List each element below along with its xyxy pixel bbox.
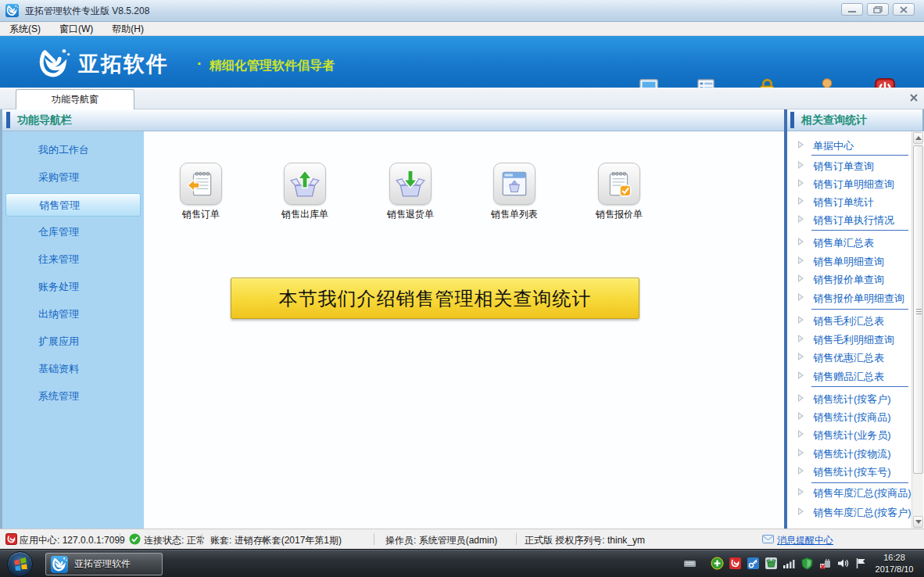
shortcut-sales-return[interactable]: 销售退货单 xyxy=(371,163,449,221)
shortcut-sales-quote[interactable]: 销售报价单 xyxy=(580,163,658,221)
shortcut-sales-list[interactable]: 销售单列表 xyxy=(475,163,553,221)
query-link[interactable]: 销售统计(按客户) xyxy=(787,392,911,406)
taskbar-app-button[interactable]: 亚拓管理软件 xyxy=(45,553,163,575)
return-box-icon xyxy=(389,163,432,205)
scrollbar-grip xyxy=(916,309,922,310)
menu-window[interactable]: 窗口(W) xyxy=(50,22,102,36)
query-link[interactable]: 销售赠品汇总表 xyxy=(787,369,911,383)
taskbar: 亚拓管理软件 16:28 2017/8/10 xyxy=(0,549,924,577)
query-link-doc-center[interactable]: 单据中心 xyxy=(787,138,911,152)
envelope-icon xyxy=(762,533,774,545)
nav-sidebar: 我的工作台 采购管理 销售管理 仓库管理 往来管理 账务处理 出纳管理 扩展应用… xyxy=(2,131,144,529)
menu-system[interactable]: 系统(S) xyxy=(0,22,50,36)
scroll-up-icon[interactable] xyxy=(913,132,923,144)
scrollbar[interactable] xyxy=(911,131,923,529)
query-link[interactable]: 销售订单查询 xyxy=(787,159,911,173)
triangle-bullet-icon xyxy=(798,467,804,475)
minimize-button[interactable] xyxy=(841,3,863,16)
triangle-bullet-icon xyxy=(798,179,804,187)
system-tray xyxy=(683,557,868,570)
scroll-down-icon[interactable] xyxy=(913,516,923,528)
network-error-icon[interactable] xyxy=(818,557,832,570)
restore-button[interactable] xyxy=(867,3,889,16)
shortcut-sales-outbound[interactable]: 销售出库单 xyxy=(266,163,344,221)
flag-icon[interactable] xyxy=(854,557,868,570)
query-link[interactable]: 销售统计(按商品) xyxy=(787,410,911,424)
query-link[interactable]: 销售年度汇总(按商品) xyxy=(787,486,911,500)
query-link[interactable]: 销售统计(业务员) xyxy=(787,428,911,442)
status-connection: 连接状态: 正常 xyxy=(144,534,206,547)
sidebar-item-sales[interactable]: 销售管理 xyxy=(5,193,141,217)
tab-function-navigator[interactable]: 功能导航窗 xyxy=(16,89,134,109)
clock-date: 2017/8/10 xyxy=(869,564,919,575)
taskbar-clock[interactable]: 16:28 2017/8/10 xyxy=(869,552,919,575)
app-red-icon[interactable] xyxy=(729,557,742,570)
query-link[interactable]: 销售统计(按物流) xyxy=(787,446,911,461)
sidebar-item-cashier[interactable]: 出纳管理 xyxy=(5,303,141,326)
message-center-link[interactable]: 消息提醒中心 xyxy=(777,534,833,547)
package-icon[interactable] xyxy=(765,557,778,570)
query-link[interactable]: 销售订单统计 xyxy=(787,195,911,209)
keyboard-icon[interactable] xyxy=(683,557,697,570)
query-link[interactable]: 销售订单执行情况 xyxy=(787,213,911,227)
query-link[interactable]: 销售统计(按车号) xyxy=(787,464,911,478)
sidebar-item-contacts[interactable]: 往来管理 xyxy=(5,248,141,271)
group-divider xyxy=(811,482,908,483)
query-link[interactable]: 销售优惠汇总表 xyxy=(787,350,911,364)
sidebar-item-workbench[interactable]: 我的工作台 xyxy=(5,138,141,162)
status-operator: 操作员: 系统管理员(admin) xyxy=(385,534,497,547)
green-plus-icon[interactable] xyxy=(711,557,724,570)
status-separator xyxy=(516,533,517,545)
triangle-bullet-icon xyxy=(798,353,804,360)
query-title-bullet xyxy=(790,112,794,128)
sidebar-item-warehouse[interactable]: 仓库管理 xyxy=(5,220,141,244)
key-icon[interactable] xyxy=(747,557,760,570)
brand-bar: 亚拓软件 · 精细化管理软件倡导者 我的工作台 单据中心 修改密码 更换操作员 xyxy=(0,36,924,88)
sidebar-item-extensions[interactable]: 扩展应用 xyxy=(5,330,141,353)
group-divider xyxy=(811,309,908,310)
query-link[interactable]: 销售毛利明细查询 xyxy=(787,332,911,346)
app-icon xyxy=(5,4,19,17)
status-account: 账套: 进销存帐套(2017年第1期) xyxy=(210,534,342,547)
menu-help[interactable]: 帮助(H) xyxy=(102,22,153,36)
scrollbar-thumb[interactable] xyxy=(913,145,923,474)
window-title: 亚拓管理软件专业版 V8.5.208 xyxy=(25,5,149,18)
query-link[interactable]: 销售报价单查询 xyxy=(787,272,911,286)
main-content: 销售订单 销售出库单 销售退货单 销售单列表 销售报价单 本节我们介 xyxy=(144,131,784,529)
close-button[interactable] xyxy=(893,3,915,16)
sidebar-item-system[interactable]: 系统管理 xyxy=(5,385,141,408)
connection-ok-icon xyxy=(129,533,141,545)
query-link[interactable]: 销售单汇总表 xyxy=(787,235,911,249)
group-divider xyxy=(811,386,908,387)
shield-icon[interactable] xyxy=(800,557,814,570)
brand-slogan: 精细化管理软件倡导者 xyxy=(210,58,335,74)
triangle-bullet-icon xyxy=(798,238,804,245)
menu-bar: 系统(S) 窗口(W) 帮助(H) xyxy=(0,22,924,36)
triangle-bullet-icon xyxy=(798,394,804,402)
speaker-icon[interactable] xyxy=(836,557,850,570)
group-divider xyxy=(811,230,908,231)
sidebar-item-purchase[interactable]: 采购管理 xyxy=(5,166,141,189)
app-taskbar-icon xyxy=(51,556,68,573)
brand-separator: · xyxy=(197,55,202,73)
query-link[interactable]: 销售报价单明细查询 xyxy=(787,291,911,305)
tab-close-icon[interactable] xyxy=(908,92,919,103)
query-link[interactable]: 销售毛利汇总表 xyxy=(787,314,911,328)
triangle-bullet-icon xyxy=(798,274,804,282)
shortcut-sales-order[interactable]: 销售订单 xyxy=(162,163,240,221)
windows-start-orb[interactable] xyxy=(7,551,33,577)
status-separator xyxy=(202,533,202,545)
signal-bars-icon[interactable] xyxy=(783,557,796,570)
query-link[interactable]: 销售年度汇总(按客户) xyxy=(787,505,911,519)
query-link[interactable]: 销售单明细查询 xyxy=(787,254,911,268)
list-window-icon xyxy=(493,163,535,205)
sidebar-item-accounting[interactable]: 账务处理 xyxy=(5,275,141,299)
sidebar-item-basedata[interactable]: 基础资料 xyxy=(5,357,141,381)
triangle-bullet-icon xyxy=(798,449,804,457)
triangle-bullet-icon xyxy=(798,215,804,223)
order-note-icon xyxy=(180,163,222,205)
application-window: 亚拓管理软件专业版 V8.5.208 系统(S) 窗口(W) 帮助(H) 亚拓软… xyxy=(0,0,924,577)
nav-panel-title: 功能导航栏 xyxy=(17,113,72,127)
query-panel: 单据中心 销售订单查询 销售订单明细查询 销售订单统计 销售订单执行情况 销售单… xyxy=(787,131,924,529)
query-link[interactable]: 销售订单明细查询 xyxy=(787,177,911,191)
